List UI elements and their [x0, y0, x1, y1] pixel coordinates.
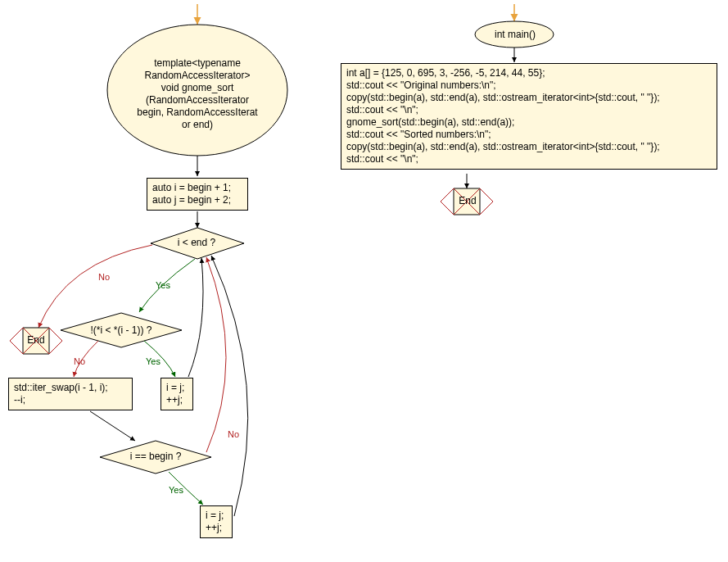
start-text-gnome-sort: template<typename RandomAccessIterator> … [137, 57, 257, 130]
advance1-line-1: i = j; [166, 382, 188, 394]
start-label-gnome-sort: template<typename RandomAccessIterator> … [123, 57, 272, 131]
cond-inner-text: !(*i < *(i - 1)) ? [90, 324, 151, 336]
advance2-line-1: i = j; [206, 510, 227, 522]
body2-l2: std::cout << "Original numbers:\n"; [346, 79, 712, 92]
body2-l4: std::cout << "\n"; [346, 104, 712, 116]
body2-l8: std::cout << "\n"; [346, 153, 712, 165]
edge-swap-to-cond-begin [90, 411, 135, 441]
start-label-main: int main() [488, 29, 542, 40]
body2-l7: copy(std::begin(a), std::end(a), std::os… [346, 141, 712, 153]
init-line-1: auto i = begin + 1; [152, 182, 242, 194]
edge-label-cond-inner-no: No [74, 356, 85, 366]
edge-label-cond-outer-no: No [98, 272, 110, 282]
process-advance1: i = j; ++j; [161, 378, 193, 410]
edge-advance1-loop [188, 258, 203, 377]
edge-advance2-loop [211, 256, 248, 516]
edge-label-cond-begin-no: No [228, 429, 239, 439]
end-text-left: End [27, 334, 44, 346]
body2-l1: int a[] = {125, 0, 695, 3, -256, -5, 214… [346, 67, 712, 79]
advance2-line-2: ++j; [206, 522, 227, 534]
init-line-2: auto j = begin + 2; [152, 194, 242, 206]
cond-begin-label: i == begin ? [123, 451, 188, 462]
process-main-body: int a[] = {125, 0, 695, 3, -256, -5, 214… [341, 63, 717, 170]
edge-label-cond-begin-yes: Yes [169, 485, 183, 495]
body2-l5: gnome_sort(std::begin(a), std::end(a)); [346, 116, 712, 129]
body2-l3: copy(std::begin(a), std::end(a), std::os… [346, 92, 712, 104]
flowchart-canvas: template<typename RandomAccessIterator> … [0, 0, 728, 562]
start-text-main: int main() [495, 29, 536, 40]
body2-l6: std::cout << "Sorted numbers:\n"; [346, 129, 712, 141]
end-label-right: End [456, 195, 479, 206]
end-label-left: End [25, 334, 47, 346]
edge-label-cond-inner-yes: Yes [146, 356, 161, 366]
swap-line-1: std::iter_swap(i - 1, i); [14, 382, 127, 394]
cond-outer-label: i < end ? [172, 237, 221, 248]
edge-label-cond-outer-yes: Yes [156, 280, 170, 290]
end-text-right: End [459, 195, 476, 206]
process-advance2: i = j; ++j; [200, 505, 233, 538]
advance1-line-2: ++j; [166, 394, 188, 406]
edge-cond-begin-no [206, 257, 226, 452]
cond-inner-label: !(*i < *(i - 1)) ? [82, 324, 161, 336]
process-swap: std::iter_swap(i - 1, i); --i; [8, 378, 133, 410]
cond-begin-text: i == begin ? [130, 451, 182, 462]
edge-cond-outer-no [38, 245, 152, 328]
cond-outer-text: i < end ? [178, 237, 215, 248]
process-init: auto i = begin + 1; auto j = begin + 2; [147, 178, 248, 211]
swap-line-2: --i; [14, 394, 127, 406]
